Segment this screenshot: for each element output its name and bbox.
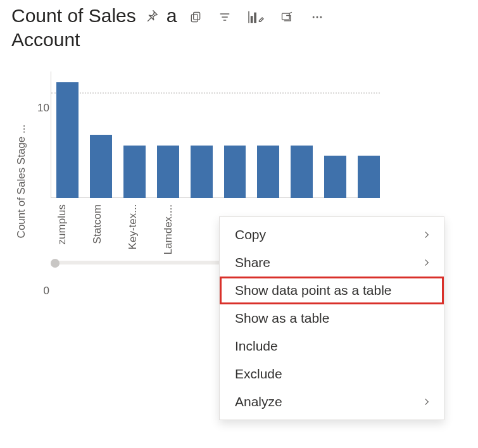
bars-container <box>56 72 380 198</box>
focus-mode-icon[interactable] <box>280 11 293 23</box>
svg-point-9 <box>313 16 315 18</box>
svg-rect-0 <box>194 12 200 20</box>
copy-visual-icon[interactable] <box>189 11 202 23</box>
bar[interactable] <box>358 156 380 198</box>
title-fragment: a <box>167 4 177 28</box>
svg-point-10 <box>317 16 318 18</box>
menu-item-exclude[interactable]: Exclude <box>220 360 444 388</box>
menu-label: Show data point as a table <box>235 283 392 298</box>
menu-item-copy[interactable]: Copy <box>220 221 444 249</box>
menu-label: Show as a table <box>235 311 329 326</box>
more-options-icon[interactable] <box>310 11 325 23</box>
x-tick-label: zumplus <box>56 204 80 254</box>
menu-item-analyze[interactable]: Analyze <box>220 388 444 416</box>
x-tick-label <box>198 204 222 254</box>
title-line-2: Account <box>11 28 467 52</box>
bar[interactable] <box>56 82 79 198</box>
y-axis-title: Count of Sales Stage ... <box>11 72 28 291</box>
bar[interactable] <box>224 146 246 198</box>
menu-item-show-data-point[interactable]: Show data point as a table <box>220 277 444 304</box>
chart-plot-area <box>51 72 380 198</box>
y-tick-10: 10 <box>30 102 49 115</box>
chevron-right-icon <box>422 394 431 409</box>
bar[interactable] <box>291 146 313 198</box>
menu-label: Share <box>235 255 270 270</box>
menu-label: Analyze <box>235 394 282 409</box>
bar[interactable] <box>157 146 179 198</box>
y-tick-0: 0 <box>30 285 49 297</box>
svg-point-11 <box>320 16 322 18</box>
menu-item-show-as-table[interactable]: Show as a table <box>220 304 444 332</box>
chevron-right-icon <box>422 227 431 242</box>
svg-rect-7 <box>255 12 257 22</box>
bar[interactable] <box>90 135 112 198</box>
x-tick-label: Key-tex... <box>127 204 151 254</box>
pin-icon[interactable] <box>145 9 159 23</box>
bar[interactable] <box>324 156 346 198</box>
x-tick-label: Statcom <box>91 204 115 254</box>
x-tick-label: Lamdex.... <box>162 204 186 254</box>
context-menu: Copy Share Show data point as a table Sh… <box>219 216 444 420</box>
bar[interactable] <box>123 146 146 198</box>
chart-visual: Count of Sales a <box>0 0 478 448</box>
visual-toolbar <box>189 8 325 24</box>
filter-icon[interactable] <box>218 11 231 23</box>
svg-rect-6 <box>251 16 253 23</box>
chevron-right-icon <box>422 255 431 270</box>
visual-title: Count of Sales a <box>11 4 467 51</box>
menu-label: Exclude <box>235 366 282 382</box>
personalize-icon[interactable] <box>248 10 264 24</box>
bar[interactable] <box>191 146 213 198</box>
svg-rect-8 <box>282 13 290 20</box>
menu-label: Include <box>235 339 278 354</box>
bar[interactable] <box>257 146 279 198</box>
menu-label: Copy <box>235 227 266 242</box>
menu-item-share[interactable]: Share <box>220 249 444 277</box>
title-line-1: Count of Sales <box>11 4 136 28</box>
svg-rect-1 <box>192 15 198 22</box>
menu-item-include[interactable]: Include <box>220 332 444 360</box>
scrollbar-thumb[interactable] <box>51 259 60 268</box>
